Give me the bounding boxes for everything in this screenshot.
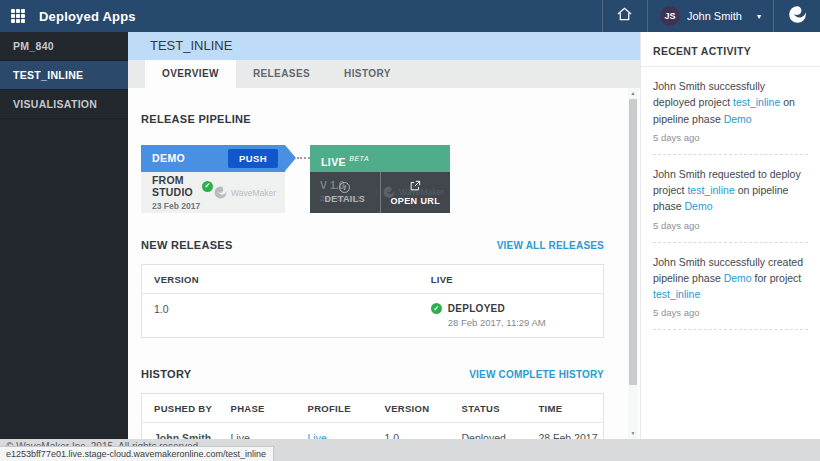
history-phase: Live [219,423,296,440]
column-pushed-by: PUSHED BY [142,394,219,423]
activity-phase-link[interactable]: Demo [685,200,713,212]
details-button[interactable]: i DETAILS [310,172,381,213]
deployed-status: DEPLOYED [448,303,546,314]
history-status: Deployed [450,423,527,440]
activity-item: John Smith successfully deployed project… [641,67,820,155]
activity-project-link[interactable]: test_inline [733,96,780,108]
activity-time: 5 days ago [653,307,808,318]
demo-card-body: FROM STUDIO ✓ 23 Feb 2017 WaveMaker [141,172,285,213]
overview-content: RELEASE PIPELINE DEMO PUSH FROM STUDIO ✓… [128,88,640,439]
apps-grid-icon[interactable] [11,9,25,23]
activity-time: 5 days ago [653,220,808,231]
sidebar: PM_840 TEST_INLINE VISUALISATION [0,32,128,439]
table-row: 1.0 ✓ DEPLOYED 28 Feb 2017, 11:29 AM [142,294,604,338]
tab-history[interactable]: HISTORY [327,60,408,88]
column-profile: PROFILE [296,394,373,423]
table-row: John Smith Live Live 1.0 Deployed 28 Feb… [142,423,604,440]
wavemaker-logo-button[interactable] [774,0,820,32]
open-url-icon [409,180,421,195]
new-releases-head: NEW RELEASES VIEW ALL RELEASES [141,239,604,251]
user-name: John Smith [687,10,742,22]
scroll-up-icon[interactable]: ▲ [631,88,636,99]
release-pipeline: DEMO PUSH FROM STUDIO ✓ 23 Feb 2017 Wave… [141,145,604,213]
page-title: TEST_INLINE [128,32,640,60]
column-phase: PHASE [219,394,296,423]
page-header: TEST_INLINE [128,32,640,60]
sidebar-item-test-inline[interactable]: TEST_INLINE [0,61,128,90]
scrollbar-thumb[interactable] [629,99,637,385]
demo-phase-card: DEMO PUSH FROM STUDIO ✓ 23 Feb 2017 Wave… [141,145,285,213]
new-releases-table: VERSION LIVE 1.0 ✓ DEPLOYED 28 Feb 2017,… [141,264,604,338]
activity-project-link[interactable]: test_inline [687,184,734,196]
activity-project-link[interactable]: test_inline [653,288,700,300]
profile-link[interactable]: Live [308,432,327,439]
history-profile: Live [296,423,373,440]
beta-badge: BETA [349,155,369,162]
column-status: STATUS [450,394,527,423]
release-version-cell: 1.0 [142,294,419,338]
home-button[interactable] [603,0,647,32]
live-card-body: V 1.0 28 Feb 2017 WaveMaker i DETAILS [310,172,450,213]
wavemaker-wave-icon [213,185,228,200]
view-complete-history-link[interactable]: VIEW COMPLETE HISTORY [469,369,604,380]
demo-source-block: FROM STUDIO ✓ 23 Feb 2017 [152,174,213,211]
release-status-cell: ✓ DEPLOYED 28 Feb 2017, 11:29 AM [419,294,604,338]
live-phase-label: LIVE [321,156,346,168]
recent-activity-heading: RECENT ACTIVITY [641,32,820,67]
wavemaker-watermark: WaveMaker [213,185,276,200]
activity-item: John Smith successfully created pipeline… [641,243,820,331]
sidebar-item-pm-840[interactable]: PM_840 [0,32,128,61]
activity-separator [653,329,808,330]
recent-activity-panel: RECENT ACTIVITY John Smith successfully … [640,32,820,439]
wavemaker-logo-icon [787,4,808,29]
activity-text: John Smith successfully created pipeline… [653,254,808,303]
tab-bar: OVERVIEW RELEASES HISTORY [128,60,640,88]
column-version: VERSION [373,394,450,423]
deployed-time: 28 Feb 2017, 11:29 AM [448,317,546,328]
activity-item: John Smith requested to deploy project t… [641,155,820,243]
from-studio-label: FROM STUDIO [152,174,197,198]
pipeline-connector [297,157,310,159]
activity-text-part: for project [752,272,802,284]
push-button[interactable]: PUSH [228,149,278,168]
success-check-icon: ✓ [431,303,442,314]
info-icon: i [339,182,350,193]
live-card-header: LIVE BETA [310,145,450,172]
tab-releases[interactable]: RELEASES [236,60,327,88]
history-version: 1.0 [373,423,450,440]
app-title: Deployed Apps [39,9,136,24]
table-header-row: PUSHED BY PHASE PROFILE VERSION STATUS T… [142,394,604,423]
demo-deploy-date: 23 Feb 2017 [152,201,213,211]
new-releases-heading: NEW RELEASES [141,239,233,251]
activity-time: 5 days ago [653,132,808,143]
wavemaker-watermark-text: WaveMaker [231,188,276,198]
history-table: PUSHED BY PHASE PROFILE VERSION STATUS T… [141,393,604,439]
scroll-down-icon[interactable]: ▼ [631,428,636,439]
activity-text: John Smith requested to deploy project t… [653,166,808,215]
activity-phase-link[interactable]: Demo [724,113,752,125]
history-heading: HISTORY [141,368,191,380]
home-icon [616,6,633,26]
column-live: LIVE [419,265,604,294]
open-url-button[interactable]: OPEN URL [381,172,451,213]
activity-phase-link[interactable]: Demo [724,272,752,284]
success-check-icon: ✓ [202,181,213,192]
demo-card-header: DEMO PUSH [141,145,285,172]
chevron-down-icon: ▾ [757,12,761,21]
status-url-tooltip: e1253bff77e01.live.stage-cloud.wavemaker… [0,446,274,461]
vertical-scrollbar[interactable]: ▲ ▼ [628,88,638,439]
history-time: 28 Feb 2017, [527,423,604,440]
sidebar-item-visualisation[interactable]: VISUALISATION [0,90,128,119]
tab-overview[interactable]: OVERVIEW [145,60,236,88]
history-head: HISTORY VIEW COMPLETE HISTORY [141,368,604,380]
history-pushed-by: John Smith [142,423,219,440]
avatar: JS [660,6,680,26]
activity-text: John Smith successfully deployed project… [653,78,808,127]
live-card-actions: i DETAILS OPEN URL [310,172,450,213]
main-area: TEST_INLINE OVERVIEW RELEASES HISTORY RE… [128,32,640,439]
user-menu[interactable]: JS John Smith ▾ [648,0,773,32]
live-phase-card: LIVE BETA V 1.0 28 Feb 2017 WaveMaker [310,145,450,213]
table-header-row: VERSION LIVE [142,265,604,294]
top-bar: Deployed Apps JS John Smith ▾ [0,0,820,32]
view-all-releases-link[interactable]: VIEW ALL RELEASES [497,240,604,251]
